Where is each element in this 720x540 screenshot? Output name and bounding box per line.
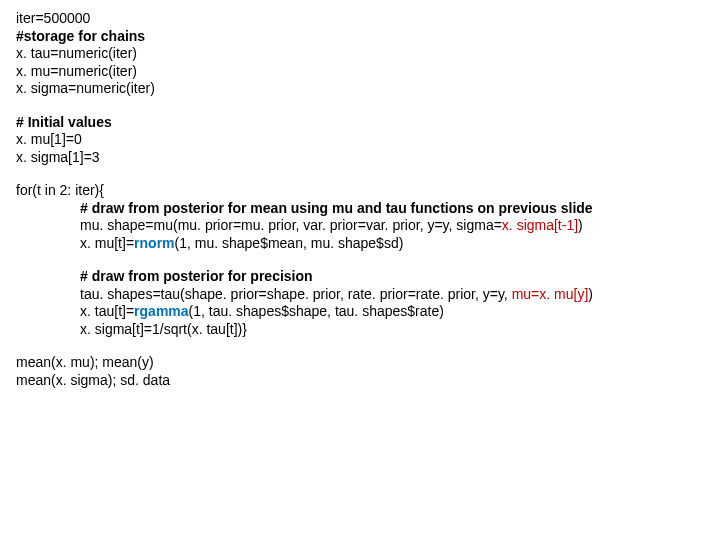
line-mu-shape: mu. shape=mu(mu. prior=mu. prior, var. p… (80, 217, 704, 235)
xsigma-ref-red: x. sigma[t-1] (502, 217, 578, 233)
xmu-assign-suffix: (1, mu. shape$mean, mu. shape$sd) (175, 235, 404, 251)
line-xmu-init: x. mu[1]=0 (16, 131, 704, 149)
line-xsigma-decl: x. sigma=numeric(iter) (16, 80, 704, 98)
line-xmu-assign: x. mu[t]=rnorm(1, mu. shape$mean, mu. sh… (80, 235, 704, 253)
tau-shapes-prefix: tau. shapes=tau(shape. prior=shape. prio… (80, 286, 512, 302)
line-posterior-precision-comment: # draw from posterior for precision (80, 268, 704, 286)
rgamma-call-blue: rgamma (134, 303, 188, 319)
line-xmu-decl: x. mu=numeric(iter) (16, 63, 704, 81)
xtau-assign-prefix: x. tau[t]= (80, 303, 134, 319)
mu-shape-suffix: ) (578, 217, 583, 233)
line-xsigma-assign: x. sigma[t]=1/sqrt(x. tau[t])} (80, 321, 704, 339)
line-mean-mu: mean(x. mu); mean(y) (16, 354, 704, 372)
line-xtau-decl: x. tau=numeric(iter) (16, 45, 704, 63)
line-iter: iter=500000 (16, 10, 704, 28)
blank-gap (16, 166, 704, 182)
blank-gap (16, 338, 704, 354)
line-xtau-assign: x. tau[t]=rgamma(1, tau. shapes$shape, t… (80, 303, 704, 321)
line-for-loop: for(t in 2: iter){ (16, 182, 704, 200)
tau-shapes-suffix: ) (588, 286, 593, 302)
line-storage-comment: #storage for chains (16, 28, 704, 46)
blank-gap (16, 98, 704, 114)
blank-gap (16, 252, 704, 268)
line-posterior-mean-comment: # draw from posterior for mean using mu … (80, 200, 704, 218)
mu-shape-prefix: mu. shape=mu(mu. prior=mu. prior, var. p… (80, 217, 502, 233)
line-mean-sigma: mean(x. sigma); sd. data (16, 372, 704, 390)
line-xsigma-init: x. sigma[1]=3 (16, 149, 704, 167)
xtau-assign-suffix: (1, tau. shapes$shape, tau. shapes$rate) (189, 303, 444, 319)
rnorm-call-blue: rnorm (134, 235, 174, 251)
xmu-assign-prefix: x. mu[t]= (80, 235, 134, 251)
line-initial-values-comment: # Initial values (16, 114, 704, 132)
code-slide: iter=500000 #storage for chains x. tau=n… (0, 0, 720, 399)
mu-ref-red: mu=x. mu[y] (512, 286, 589, 302)
line-tau-shapes: tau. shapes=tau(shape. prior=shape. prio… (80, 286, 704, 304)
